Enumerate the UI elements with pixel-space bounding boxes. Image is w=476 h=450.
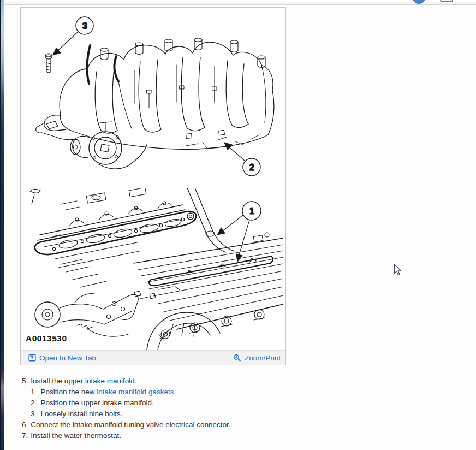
substep-text-pre: Position the new bbox=[41, 388, 97, 396]
zoom-print-label: Zoom/Print bbox=[245, 354, 281, 362]
svg-text:1: 1 bbox=[249, 206, 254, 216]
step-5: 5.Install the upper intake manifold. bbox=[22, 376, 230, 387]
intake-manifold-gaskets-link[interactable]: intake manifold gaskets bbox=[97, 388, 174, 396]
image-id-label: A0013530 bbox=[26, 334, 67, 344]
substep-1: 1Position the new intake manifold gasket… bbox=[31, 387, 230, 398]
callout-3: 3 bbox=[53, 17, 93, 55]
content-area: 3 2 bbox=[4, 5, 476, 450]
substep-3: 3Loosely install nine bolts. bbox=[31, 408, 230, 419]
intake-manifold-gasket-left bbox=[35, 211, 197, 254]
toolbar-icon[interactable] bbox=[440, 0, 453, 2]
step-6: 6.Connect the intake manifold tuning val… bbox=[22, 419, 230, 430]
open-in-new-tab-label: Open In New Tab bbox=[39, 354, 96, 362]
background-photo-edge bbox=[0, 0, 4, 450]
step-number: 7. bbox=[22, 430, 28, 441]
step-number: 5. bbox=[22, 376, 28, 387]
step-7: 7.Install the water thermostat. bbox=[22, 430, 230, 441]
substep-2: 2Position the upper intake manifold. bbox=[31, 398, 230, 408]
substep-text: Position the upper intake manifold. bbox=[41, 399, 154, 407]
instruction-list: 5.Install the upper intake manifold. 1Po… bbox=[22, 376, 230, 441]
zoom-icon bbox=[233, 354, 241, 362]
open-in-new-tab-link[interactable]: Open In New Tab bbox=[28, 354, 96, 362]
substep-text: Loosely install nine bolts. bbox=[41, 410, 123, 418]
diagram-image: 3 2 bbox=[21, 8, 285, 350]
page-root: 3 2 bbox=[0, 0, 476, 450]
substep-text-post: . bbox=[174, 388, 176, 396]
upper-intake-manifold-drawing: 3 2 bbox=[22, 10, 283, 186]
user-avatar-icon[interactable] bbox=[412, 0, 426, 4]
callout-2: 2 bbox=[224, 143, 260, 176]
substep-number: 1 bbox=[31, 387, 35, 398]
figure-footer: Open In New Tab Zoom/Print bbox=[21, 350, 285, 365]
substep-number: 3 bbox=[31, 408, 35, 419]
svg-text:2: 2 bbox=[249, 163, 254, 172]
figure-panel: 3 2 bbox=[20, 7, 286, 365]
svg-text:3: 3 bbox=[82, 21, 87, 31]
gasket-engine-drawing: 1 bbox=[22, 188, 283, 350]
open-in-new-tab-icon bbox=[28, 354, 36, 362]
substep-number: 2 bbox=[31, 398, 35, 408]
mouse-cursor bbox=[394, 264, 402, 276]
zoom-print-link[interactable]: Zoom/Print bbox=[233, 354, 281, 362]
browser-topbar bbox=[4, 0, 476, 5]
step-text: Install the upper intake manifold. bbox=[31, 377, 136, 385]
step-text: Connect the intake manifold tuning valve… bbox=[31, 421, 230, 429]
step-text: Install the water thermostat. bbox=[31, 431, 121, 440]
step-number: 6. bbox=[22, 419, 28, 430]
